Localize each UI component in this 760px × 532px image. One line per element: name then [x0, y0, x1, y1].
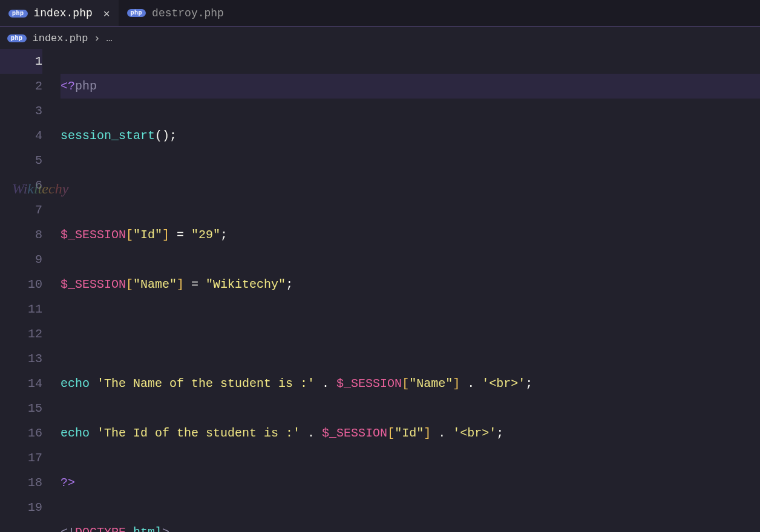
php-file-icon: php	[7, 34, 27, 42]
code-line: ?>	[61, 470, 760, 495]
line-number: 12	[0, 322, 42, 346]
line-number: 10	[0, 272, 42, 297]
line-number: 14	[0, 371, 42, 396]
code-line: <?php	[61, 74, 760, 99]
line-number: 11	[0, 297, 42, 322]
line-number: 17	[0, 446, 42, 470]
line-number: 18	[0, 470, 42, 495]
tab-bar: php index.php ✕ php destroy.php	[0, 0, 760, 27]
tab-label: destroy.php	[152, 7, 224, 19]
line-number: 19	[0, 495, 42, 520]
line-number: 9	[0, 247, 42, 272]
line-number: 3	[0, 99, 42, 123]
close-icon[interactable]: ✕	[103, 7, 110, 20]
line-number: 4	[0, 123, 42, 148]
line-number: 2	[0, 74, 42, 99]
breadcrumb[interactable]: php index.php › …	[0, 27, 760, 49]
php-file-icon: php	[127, 9, 146, 17]
gutter: 1 2 3 4 5 6 7 8 9 10 11 12 13 14 15 16 1…	[0, 49, 61, 532]
line-number: 5	[0, 148, 42, 173]
breadcrumb-tail: …	[106, 33, 113, 44]
code-area[interactable]: <?php session_start(); $_SESSION["Id"] =…	[61, 49, 760, 532]
line-number: 7	[0, 198, 42, 222]
code-line: session_start();	[61, 123, 760, 148]
line-number: 13	[0, 346, 42, 371]
code-line	[61, 173, 760, 198]
code-line: $_SESSION["Name"] = "Wikitechy";	[61, 272, 760, 297]
watermark-icon: Wikitechy	[12, 177, 68, 201]
tab-label: index.php	[34, 7, 93, 19]
line-number: 8	[0, 222, 42, 247]
tab-destroy-php[interactable]: php destroy.php	[119, 0, 232, 26]
code-line: echo 'The Id of the student is :' . $_SE…	[61, 421, 760, 446]
tab-index-php[interactable]: php index.php ✕	[0, 0, 119, 26]
chevron-right-icon: ›	[94, 33, 100, 44]
code-editor[interactable]: 1 2 3 4 5 6 7 8 9 10 11 12 13 14 15 16 1…	[0, 49, 760, 532]
code-line	[61, 322, 760, 346]
code-line: echo 'The Name of the student is :' . $_…	[61, 371, 760, 396]
breadcrumb-file: index.php	[33, 33, 88, 44]
line-number: 1	[0, 49, 42, 74]
line-number: 15	[0, 396, 42, 421]
line-number: 16	[0, 421, 42, 446]
code-line: $_SESSION["Id"] = "29";	[61, 222, 760, 247]
php-file-icon: php	[8, 10, 28, 18]
code-line: <!DOCTYPE html>	[61, 520, 760, 532]
